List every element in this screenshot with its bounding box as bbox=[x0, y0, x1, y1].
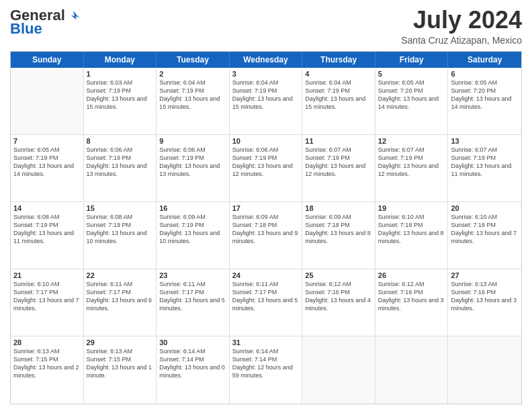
calendar-header-cell: Thursday bbox=[302, 52, 375, 68]
calendar-cell: 7Sunrise: 6:05 AMSunset: 7:19 PMDaylight… bbox=[11, 135, 84, 201]
logo: General Blue bbox=[10, 7, 80, 38]
calendar-row: 14Sunrise: 6:08 AMSunset: 7:19 PMDayligh… bbox=[11, 202, 521, 269]
day-number: 17 bbox=[232, 204, 300, 212]
calendar-cell: 15Sunrise: 6:08 AMSunset: 7:19 PMDayligh… bbox=[84, 202, 157, 269]
day-number: 10 bbox=[232, 137, 300, 145]
calendar-header-cell: Tuesday bbox=[157, 52, 230, 68]
calendar-cell: 10Sunrise: 6:06 AMSunset: 7:19 PMDayligh… bbox=[230, 135, 303, 201]
cell-info: Sunrise: 6:13 AMSunset: 7:15 PMDaylight:… bbox=[87, 347, 154, 380]
calendar-cell: 27Sunrise: 6:13 AMSunset: 7:16 PMDayligh… bbox=[448, 269, 521, 336]
cell-info: Sunrise: 6:12 AMSunset: 7:16 PMDaylight:… bbox=[305, 280, 372, 313]
calendar-body: 1Sunrise: 6:03 AMSunset: 7:19 PMDaylight… bbox=[11, 68, 521, 404]
calendar-cell: 21Sunrise: 6:10 AMSunset: 7:17 PMDayligh… bbox=[11, 269, 84, 336]
calendar-cell: 2Sunrise: 6:04 AMSunset: 7:19 PMDaylight… bbox=[157, 68, 230, 134]
day-number: 19 bbox=[378, 204, 445, 212]
calendar-cell: 28Sunrise: 6:13 AMSunset: 7:15 PMDayligh… bbox=[11, 336, 84, 404]
calendar-cell: 22Sunrise: 6:11 AMSunset: 7:17 PMDayligh… bbox=[84, 269, 157, 336]
day-number: 5 bbox=[378, 70, 445, 78]
calendar-header-cell: Friday bbox=[375, 52, 449, 68]
day-number: 26 bbox=[378, 271, 445, 279]
day-number: 3 bbox=[232, 70, 300, 78]
cell-info: Sunrise: 6:11 AMSunset: 7:17 PMDaylight:… bbox=[232, 280, 300, 313]
calendar-cell: 14Sunrise: 6:08 AMSunset: 7:19 PMDayligh… bbox=[11, 202, 84, 269]
day-number: 24 bbox=[232, 271, 300, 279]
cell-info: Sunrise: 6:13 AMSunset: 7:16 PMDaylight:… bbox=[451, 280, 519, 313]
cell-info: Sunrise: 6:06 AMSunset: 7:19 PMDaylight:… bbox=[159, 146, 226, 179]
calendar-cell: 26Sunrise: 6:12 AMSunset: 7:16 PMDayligh… bbox=[375, 269, 449, 336]
cell-info: Sunrise: 6:08 AMSunset: 7:19 PMDaylight:… bbox=[13, 213, 81, 246]
day-number: 6 bbox=[451, 70, 519, 78]
logo-blue-text: Blue bbox=[10, 20, 42, 38]
header: General Blue July 2024 Santa Cruz Atizap… bbox=[10, 7, 522, 46]
logo-bird-icon bbox=[66, 9, 80, 22]
cell-info: Sunrise: 6:05 AMSunset: 7:20 PMDaylight:… bbox=[378, 79, 445, 111]
cell-info: Sunrise: 6:09 AMSunset: 7:18 PMDaylight:… bbox=[305, 213, 372, 246]
calendar-row: 1Sunrise: 6:03 AMSunset: 7:19 PMDaylight… bbox=[11, 68, 521, 135]
calendar-cell: 1Sunrise: 6:03 AMSunset: 7:19 PMDaylight… bbox=[84, 68, 157, 134]
calendar-cell bbox=[375, 336, 449, 404]
cell-info: Sunrise: 6:14 AMSunset: 7:14 PMDaylight:… bbox=[159, 347, 226, 380]
calendar-header-cell: Wednesday bbox=[230, 52, 303, 68]
calendar-cell: 9Sunrise: 6:06 AMSunset: 7:19 PMDaylight… bbox=[157, 135, 230, 201]
day-number: 20 bbox=[451, 204, 519, 212]
calendar-cell: 30Sunrise: 6:14 AMSunset: 7:14 PMDayligh… bbox=[157, 336, 230, 404]
cell-info: Sunrise: 6:04 AMSunset: 7:19 PMDaylight:… bbox=[232, 79, 300, 111]
day-number: 15 bbox=[87, 204, 154, 212]
calendar-row: 7Sunrise: 6:05 AMSunset: 7:19 PMDaylight… bbox=[11, 135, 521, 202]
cell-info: Sunrise: 6:07 AMSunset: 7:19 PMDaylight:… bbox=[305, 146, 372, 179]
cell-info: Sunrise: 6:12 AMSunset: 7:16 PMDaylight:… bbox=[378, 280, 445, 313]
cell-info: Sunrise: 6:09 AMSunset: 7:18 PMDaylight:… bbox=[232, 213, 300, 246]
calendar-cell: 19Sunrise: 6:10 AMSunset: 7:18 PMDayligh… bbox=[375, 202, 449, 269]
day-number: 29 bbox=[87, 338, 154, 347]
cell-info: Sunrise: 6:14 AMSunset: 7:14 PMDaylight:… bbox=[232, 347, 300, 380]
cell-info: Sunrise: 6:09 AMSunset: 7:19 PMDaylight:… bbox=[159, 213, 226, 246]
cell-info: Sunrise: 6:03 AMSunset: 7:19 PMDaylight:… bbox=[87, 79, 154, 111]
cell-info: Sunrise: 6:13 AMSunset: 7:15 PMDaylight:… bbox=[13, 347, 81, 380]
day-number: 2 bbox=[159, 70, 226, 78]
calendar-header-cell: Saturday bbox=[448, 52, 521, 68]
calendar-cell: 12Sunrise: 6:07 AMSunset: 7:19 PMDayligh… bbox=[375, 135, 449, 201]
page: General Blue July 2024 Santa Cruz Atizap… bbox=[0, 0, 532, 411]
calendar-cell: 6Sunrise: 6:05 AMSunset: 7:20 PMDaylight… bbox=[448, 68, 521, 134]
cell-info: Sunrise: 6:11 AMSunset: 7:17 PMDaylight:… bbox=[159, 280, 226, 313]
cell-info: Sunrise: 6:04 AMSunset: 7:19 PMDaylight:… bbox=[305, 79, 372, 111]
cell-info: Sunrise: 6:11 AMSunset: 7:17 PMDaylight:… bbox=[87, 280, 154, 313]
calendar-cell: 17Sunrise: 6:09 AMSunset: 7:18 PMDayligh… bbox=[230, 202, 303, 269]
calendar-cell: 31Sunrise: 6:14 AMSunset: 7:14 PMDayligh… bbox=[230, 336, 303, 404]
day-number: 23 bbox=[159, 271, 226, 279]
calendar-cell: 23Sunrise: 6:11 AMSunset: 7:17 PMDayligh… bbox=[157, 269, 230, 336]
cell-info: Sunrise: 6:07 AMSunset: 7:19 PMDaylight:… bbox=[451, 146, 519, 179]
day-number: 11 bbox=[305, 137, 372, 145]
calendar-cell: 4Sunrise: 6:04 AMSunset: 7:19 PMDaylight… bbox=[302, 68, 375, 134]
cell-info: Sunrise: 6:07 AMSunset: 7:19 PMDaylight:… bbox=[378, 146, 445, 179]
calendar-header-cell: Sunday bbox=[11, 52, 84, 68]
svg-marker-0 bbox=[71, 11, 79, 19]
calendar-cell: 20Sunrise: 6:10 AMSunset: 7:18 PMDayligh… bbox=[448, 202, 521, 269]
cell-info: Sunrise: 6:06 AMSunset: 7:19 PMDaylight:… bbox=[87, 146, 154, 179]
calendar-cell bbox=[11, 68, 84, 134]
calendar-cell: 29Sunrise: 6:13 AMSunset: 7:15 PMDayligh… bbox=[84, 336, 157, 404]
calendar-cell: 3Sunrise: 6:04 AMSunset: 7:19 PMDaylight… bbox=[230, 68, 303, 134]
day-number: 9 bbox=[159, 137, 226, 145]
calendar-cell: 5Sunrise: 6:05 AMSunset: 7:20 PMDaylight… bbox=[375, 68, 449, 134]
location: Santa Cruz Atizapan, Mexico bbox=[401, 35, 522, 46]
day-number: 18 bbox=[305, 204, 372, 212]
cell-info: Sunrise: 6:06 AMSunset: 7:19 PMDaylight:… bbox=[232, 146, 300, 179]
day-number: 25 bbox=[305, 271, 372, 279]
calendar-header-cell: Monday bbox=[84, 52, 157, 68]
day-number: 22 bbox=[87, 271, 154, 279]
calendar-cell: 13Sunrise: 6:07 AMSunset: 7:19 PMDayligh… bbox=[448, 135, 521, 201]
cell-info: Sunrise: 6:04 AMSunset: 7:19 PMDaylight:… bbox=[159, 79, 226, 111]
cell-info: Sunrise: 6:10 AMSunset: 7:18 PMDaylight:… bbox=[451, 213, 519, 246]
calendar-cell bbox=[448, 336, 521, 404]
calendar-cell bbox=[302, 336, 375, 404]
calendar-row: 28Sunrise: 6:13 AMSunset: 7:15 PMDayligh… bbox=[11, 336, 521, 404]
calendar-cell: 16Sunrise: 6:09 AMSunset: 7:19 PMDayligh… bbox=[157, 202, 230, 269]
day-number: 1 bbox=[87, 70, 154, 78]
day-number: 14 bbox=[13, 204, 81, 212]
calendar-cell: 24Sunrise: 6:11 AMSunset: 7:17 PMDayligh… bbox=[230, 269, 303, 336]
title-area: July 2024 Santa Cruz Atizapan, Mexico bbox=[401, 7, 522, 46]
cell-info: Sunrise: 6:10 AMSunset: 7:18 PMDaylight:… bbox=[378, 213, 445, 246]
day-number: 12 bbox=[378, 137, 445, 145]
day-number: 28 bbox=[13, 338, 81, 347]
